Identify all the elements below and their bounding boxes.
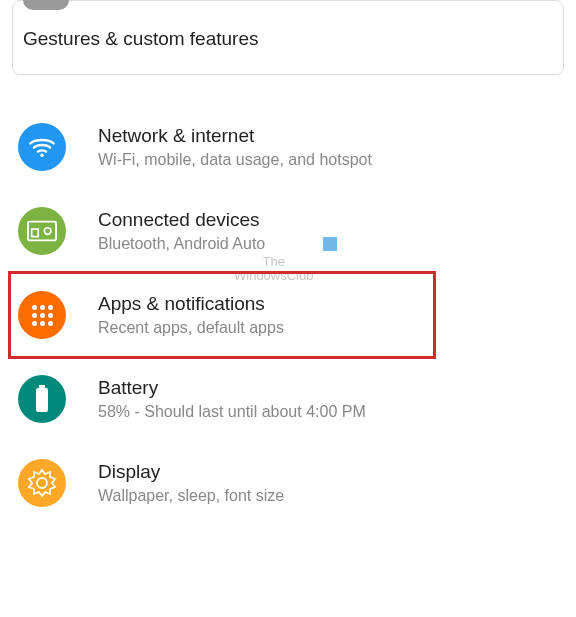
settings-item-title: Connected devices [98, 209, 558, 231]
watermark-square [323, 237, 337, 251]
svg-rect-5 [36, 388, 48, 412]
settings-item-subtitle: 58% - Should last until about 4:00 PM [98, 403, 558, 421]
settings-item-subtitle: Wallpaper, sleep, font size [98, 487, 558, 505]
settings-item-battery[interactable]: Battery 58% - Should last until about 4:… [0, 357, 576, 441]
svg-point-0 [40, 153, 44, 157]
settings-item-apps[interactable]: TheWindowsClub Apps & notifications Rece… [0, 273, 576, 357]
brightness-icon [18, 459, 66, 507]
settings-item-network[interactable]: Network & internet Wi-Fi, mobile, data u… [0, 105, 576, 189]
svg-point-7 [37, 478, 47, 488]
settings-item-title: Network & internet [98, 125, 558, 147]
watermark-text: TheWindowsClub [234, 255, 313, 283]
gestures-card-title: Gestures & custom features [13, 10, 563, 50]
svg-marker-6 [29, 470, 55, 496]
wifi-icon [18, 123, 66, 171]
apps-icon [18, 291, 66, 339]
svg-rect-4 [39, 385, 45, 388]
settings-item-text: Display Wallpaper, sleep, font size [98, 461, 558, 505]
battery-icon [18, 375, 66, 423]
settings-item-text: Battery 58% - Should last until about 4:… [98, 377, 558, 421]
settings-item-display[interactable]: Display Wallpaper, sleep, font size [0, 441, 576, 525]
settings-item-title: Apps & notifications [98, 293, 558, 315]
devices-icon [18, 207, 66, 255]
gestures-icon-partial [23, 0, 69, 10]
settings-list: Network & internet Wi-Fi, mobile, data u… [0, 105, 576, 525]
settings-item-title: Battery [98, 377, 558, 399]
settings-item-subtitle: Recent apps, default apps [98, 319, 558, 337]
settings-item-subtitle: Wi-Fi, mobile, data usage, and hotspot [98, 151, 558, 169]
svg-rect-2 [32, 229, 39, 237]
settings-item-title: Display [98, 461, 558, 483]
settings-item-text: Network & internet Wi-Fi, mobile, data u… [98, 125, 558, 169]
svg-point-3 [44, 228, 51, 235]
gestures-card[interactable]: Gestures & custom features [12, 0, 564, 75]
settings-item-text: Apps & notifications Recent apps, defaul… [98, 293, 558, 337]
